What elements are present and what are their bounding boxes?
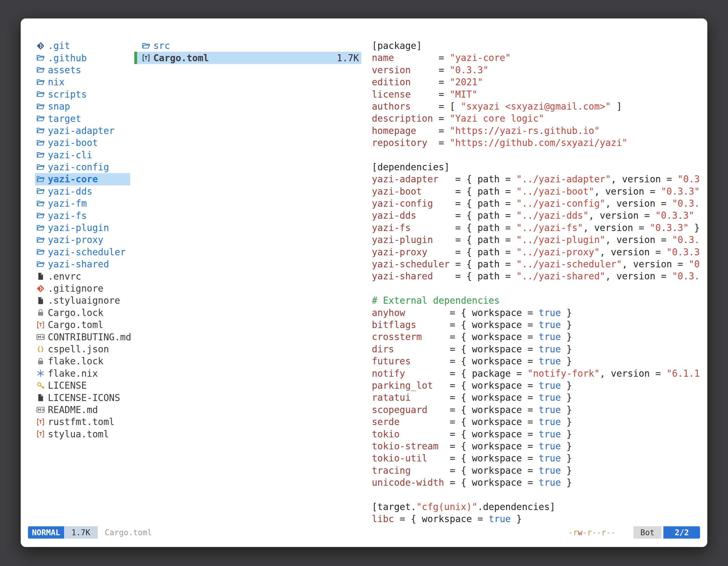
parent-item-yazi-boot[interactable]: yazi-boot (35, 137, 130, 149)
preview-line: anyhow = { workspace = true } (372, 307, 705, 319)
preview-line: unicode-width = { workspace = true } (372, 476, 705, 488)
preview-line: futures = { workspace = true } (372, 355, 705, 367)
parent-item-yazi-cli[interactable]: yazi-cli (35, 149, 130, 161)
preview-line: homepage = "https://yazi-rs.github.io" (372, 125, 705, 137)
folder-icon (36, 175, 45, 184)
folder-icon (36, 65, 45, 75)
parent-item-yazi-adapter[interactable]: yazi-adapter (35, 125, 130, 137)
preview-line: [package] (372, 40, 705, 52)
key-icon (36, 381, 45, 390)
toml-icon (36, 417, 45, 427)
parent-item-nix[interactable]: nix (35, 76, 130, 88)
preview-line: name = "yazi-core" (372, 52, 705, 64)
item-label: target (48, 113, 81, 124)
preview-line: bitflags = { workspace = true } (372, 319, 705, 331)
preview-line: crossterm = { workspace = true } (372, 331, 705, 343)
gitignore-icon (36, 284, 45, 293)
item-label: yazi-shared (48, 259, 109, 270)
item-label: yazi-cli (48, 150, 92, 161)
parent-item-flake.nix[interactable]: flake.nix (35, 367, 130, 379)
item-label: snap (48, 101, 70, 112)
preview-line: tokio = { workspace = true } (372, 428, 705, 440)
json-icon: {} (36, 344, 45, 354)
parent-item-.gitignore[interactable]: .gitignore (35, 283, 130, 294)
parent-item-yazi-fm[interactable]: yazi-fm (35, 198, 130, 210)
parent-item-readme.md[interactable]: README.md (35, 404, 130, 416)
lock-icon (36, 356, 45, 366)
current-item-cargo.toml[interactable]: Cargo.toml1.7K (134, 52, 361, 64)
preview-line: edition = "2021" (372, 76, 705, 88)
parent-item-cargo.lock[interactable]: Cargo.lock (35, 307, 130, 319)
folder-icon (36, 53, 45, 63)
item-size: 1.7K (337, 53, 361, 64)
preview-line: ratatui = { workspace = true } (372, 391, 705, 403)
parent-item-stylua.toml[interactable]: stylua.toml (35, 428, 130, 440)
item-label: yazi-proxy (48, 234, 104, 245)
md-icon (36, 332, 45, 342)
preview-line: parking_lot = { workspace = true } (372, 379, 705, 391)
item-label: .github (48, 53, 87, 64)
folder-icon (141, 41, 151, 51)
parent-item-assets[interactable]: assets (35, 64, 130, 76)
parent-item-target[interactable]: target (35, 112, 130, 125)
parent-item-yazi-fs[interactable]: yazi-fs (35, 210, 130, 222)
item-label: yazi-fs (48, 210, 87, 221)
folder-icon (36, 114, 45, 123)
item-label: yazi-config (48, 162, 109, 173)
parent-item-flake.lock[interactable]: flake.lock (35, 355, 130, 367)
folder-icon (36, 102, 45, 111)
parent-item-.github[interactable]: .github (35, 52, 130, 64)
item-label: .styluaignore (48, 295, 120, 306)
preview-line: libc = { workspace = true } (372, 513, 705, 525)
preview-line: yazi-config = { path = "../yazi-config",… (372, 198, 705, 210)
folder-icon (36, 187, 45, 196)
item-label: yazi-dds (48, 186, 92, 197)
current-item-src[interactable]: src (134, 40, 361, 52)
preview-line: license = "MIT" (372, 88, 705, 100)
preview-line: yazi-dds = { path = "../yazi-dds", versi… (372, 210, 705, 222)
item-label: nix (48, 77, 65, 88)
parent-item-license-icons[interactable]: LICENSE-ICONS (35, 391, 130, 403)
parent-item-cargo.toml[interactable]: Cargo.toml (35, 319, 130, 331)
preview-line (372, 283, 705, 294)
preview-line: dirs = { workspace = true } (372, 343, 705, 355)
git-icon (36, 41, 45, 51)
screen-background: .git.githubassetsnixscriptssnaptargetyaz… (0, 0, 728, 566)
parent-item-contributing.md[interactable]: CONTRIBUTING.md (35, 331, 130, 343)
parent-item-yazi-shared[interactable]: yazi-shared (35, 258, 130, 270)
preview-line: # External dependencies (372, 294, 705, 306)
file-permissions: -rw-r--r-- (568, 528, 616, 537)
parent-item-.git[interactable]: .git (35, 40, 130, 52)
preview-line: yazi-proxy = { path = "../yazi-proxy", v… (372, 246, 705, 258)
toml-icon (141, 53, 151, 63)
parent-item-.styluaignore[interactable]: .styluaignore (35, 294, 130, 306)
item-label: Cargo.toml (48, 319, 104, 330)
parent-item-rustfmt.toml[interactable]: rustfmt.toml (35, 416, 130, 428)
parent-item-yazi-proxy[interactable]: yazi-proxy (35, 234, 130, 246)
item-label: LICENSE (48, 380, 87, 391)
item-label: .envrc (48, 271, 81, 282)
preview-line: yazi-scheduler = { path = "../yazi-sched… (372, 258, 705, 270)
parent-item-yazi-dds[interactable]: yazi-dds (35, 186, 130, 198)
preview-line: yazi-fs = { path = "../yazi-fs", version… (372, 222, 705, 234)
preview-line: [dependencies] (372, 161, 705, 173)
item-label: assets (48, 65, 81, 76)
md-icon (36, 405, 45, 414)
parent-item-yazi-plugin[interactable]: yazi-plugin (35, 222, 130, 234)
folder-icon (36, 260, 45, 269)
parent-item-scripts[interactable]: scripts (35, 88, 130, 100)
item-label: Cargo.toml (153, 53, 209, 64)
preview-line: repository = "https://github.com/sxyazi/… (372, 137, 705, 149)
parent-item-.envrc[interactable]: .envrc (35, 270, 130, 282)
parent-item-license[interactable]: LICENSE (35, 379, 130, 391)
parent-item-yazi-config[interactable]: yazi-config (35, 161, 130, 173)
parent-item-yazi-core[interactable]: yazi-core (35, 173, 130, 185)
folder-icon (36, 138, 45, 148)
item-label: .git (48, 40, 70, 51)
parent-item-cspell.json[interactable]: {}cspell.json (35, 343, 130, 355)
lock-icon (36, 308, 45, 317)
parent-item-snap[interactable]: snap (35, 100, 130, 112)
parent-item-yazi-scheduler[interactable]: yazi-scheduler (35, 246, 130, 258)
file-preview-pane[interactable]: [package]name = "yazi-core"version = "0.… (372, 40, 705, 525)
folder-icon (36, 126, 45, 135)
